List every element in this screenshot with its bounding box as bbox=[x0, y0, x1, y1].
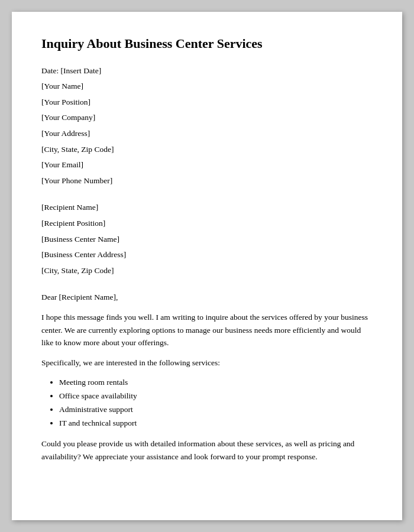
sender-date: Date: [Insert Date] bbox=[41, 64, 373, 77]
sender-position: [Your Position] bbox=[41, 96, 373, 109]
paragraph-1: I hope this message finds you well. I am… bbox=[41, 311, 373, 349]
list-item: Administrative support bbox=[59, 403, 373, 417]
sender-address: [Your Address] bbox=[41, 127, 373, 140]
services-list: Meeting room rentals Office space availa… bbox=[59, 376, 373, 430]
sender-city-state-zip: [City, State, Zip Code] bbox=[41, 143, 373, 156]
document-page: Inquiry About Business Center Services D… bbox=[12, 12, 402, 520]
list-item: IT and technical support bbox=[59, 417, 373, 430]
list-item: Office space availability bbox=[59, 390, 373, 403]
recipient-center-name: [Business Center Name] bbox=[41, 233, 373, 246]
recipient-name: [Recipient Name] bbox=[41, 201, 373, 214]
sender-company: [Your Company] bbox=[41, 111, 373, 124]
services-intro: Specifically, we are interested in the f… bbox=[41, 356, 373, 369]
sender-phone: [Your Phone Number] bbox=[41, 174, 373, 187]
paragraph-2: Could you please provide us with detaile… bbox=[41, 437, 373, 463]
sender-email: [Your Email] bbox=[41, 158, 373, 171]
recipient-position: [Recipient Position] bbox=[41, 217, 373, 230]
salutation: Dear [Recipient Name], bbox=[41, 291, 373, 304]
recipient-center-address: [Business Center Address] bbox=[41, 248, 373, 261]
document-title: Inquiry About Business Center Services bbox=[41, 35, 373, 53]
list-item: Meeting room rentals bbox=[59, 376, 373, 390]
recipient-city-state-zip: [City, State, Zip Code] bbox=[41, 264, 373, 277]
sender-name: [Your Name] bbox=[41, 80, 373, 93]
